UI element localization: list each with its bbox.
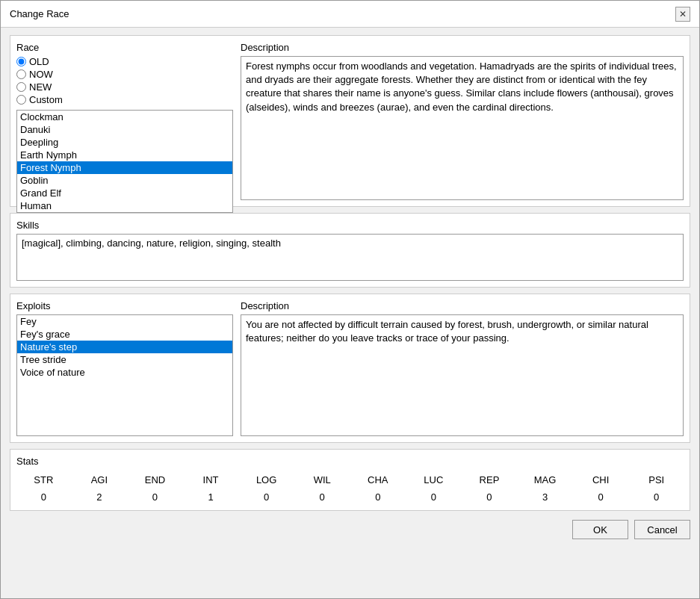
skills-section: Skills [magical], climbing, dancing, nat… <box>10 213 690 288</box>
race-list-item[interactable]: Human <box>17 199 232 212</box>
stats-grid: STRAGIENDINTLOGWILCHALUCREPMAGCHIPSI <box>16 473 684 487</box>
close-button[interactable]: ✕ <box>675 7 690 22</box>
stat-header: END <box>128 473 182 487</box>
exploit-list-item[interactable]: Voice of nature <box>17 366 232 379</box>
stats-values: 020100000300 <box>16 490 684 504</box>
exploits-list[interactable]: FeyFey's graceNature's stepTree strideVo… <box>16 314 233 436</box>
exploit-list-item[interactable]: Nature's step <box>17 341 232 353</box>
ok-button[interactable]: OK <box>572 520 628 539</box>
stat-header: LUC <box>406 473 461 487</box>
change-race-dialog: Change Race ✕ Race OLD NOW <box>0 0 700 599</box>
skills-label: Skills <box>16 220 684 231</box>
stat-value: 0 <box>462 490 517 504</box>
stat-header: WIL <box>295 473 350 487</box>
race-option-now: NOW <box>16 69 233 80</box>
race-option-old: OLD <box>16 56 233 67</box>
stats-label: Stats <box>16 456 684 467</box>
race-radio-new-label: NEW <box>29 81 52 93</box>
exploits-section: Exploits FeyFey's graceNature's stepTree… <box>10 294 690 443</box>
stat-value: 2 <box>72 490 127 504</box>
stat-header: LOG <box>239 473 294 487</box>
exploit-list-item[interactable]: Fey's grace <box>17 328 232 341</box>
stat-value: 0 <box>239 490 294 504</box>
description-panel: Description Forest nymphs occur from woo… <box>241 42 684 200</box>
stat-header: AGI <box>72 473 127 487</box>
description-label: Description <box>241 42 684 53</box>
exploits-label: Exploits <box>16 300 233 311</box>
stat-value: 0 <box>574 490 628 504</box>
race-radio-now[interactable] <box>16 69 26 79</box>
stat-value: 0 <box>128 490 182 504</box>
description-text: Forest nymphs occur from woodlands and v… <box>241 56 684 200</box>
stat-header: INT <box>184 473 238 487</box>
exploit-list-item[interactable]: Tree stride <box>17 353 232 366</box>
race-radio-old-label: OLD <box>29 56 49 67</box>
top-section: Race OLD NOW NEW <box>10 35 690 207</box>
race-list-item[interactable]: Danuki <box>17 123 232 136</box>
stat-header: STR <box>16 473 71 487</box>
exploit-desc-text: You are not affected by difficult terrai… <box>241 314 684 436</box>
exploit-list-item[interactable]: Fey <box>17 315 232 328</box>
race-list-item[interactable]: Clockman <box>17 111 232 123</box>
race-radio-custom[interactable] <box>16 95 26 105</box>
dialog-title: Change Race <box>10 8 69 19</box>
race-list-item[interactable]: Earth Nymph <box>17 149 232 161</box>
stat-header: CHI <box>574 473 628 487</box>
stat-value: 0 <box>295 490 350 504</box>
race-option-new: NEW <box>16 81 233 93</box>
race-label: Race <box>16 42 233 53</box>
race-list-item[interactable]: Forest Nymph <box>17 161 232 174</box>
exploit-desc-panel: Description You are not affected by diff… <box>241 300 684 436</box>
race-list-container: ClockmanDanukiDeeplingEarth NymphForest … <box>16 110 233 213</box>
race-radio-now-label: NOW <box>29 69 53 80</box>
stat-header: REP <box>462 473 517 487</box>
skills-text: [magical], climbing, dancing, nature, re… <box>16 234 684 281</box>
title-bar: Change Race ✕ <box>1 1 699 28</box>
race-list[interactable]: ClockmanDanukiDeeplingEarth NymphForest … <box>16 110 233 213</box>
stat-header: MAG <box>518 473 572 487</box>
stat-value: 0 <box>351 490 406 504</box>
stat-value: 0 <box>406 490 461 504</box>
stat-value: 0 <box>16 490 71 504</box>
cancel-button[interactable]: Cancel <box>634 520 690 539</box>
exploit-desc-label: Description <box>241 300 684 311</box>
stat-header: PSI <box>629 473 684 487</box>
race-list-item[interactable]: Deepling <box>17 136 232 149</box>
race-radio-custom-label: Custom <box>29 94 63 105</box>
race-options: OLD NOW NEW Custom <box>16 56 233 105</box>
stats-section: Stats STRAGIENDINTLOGWILCHALUCREPMAGCHIP… <box>10 449 690 511</box>
race-panel: Race OLD NOW NEW <box>16 42 233 200</box>
stat-header: CHA <box>351 473 406 487</box>
stat-value: 3 <box>518 490 572 504</box>
stat-value: 1 <box>184 490 238 504</box>
exploits-panel: Exploits FeyFey's graceNature's stepTree… <box>16 300 233 436</box>
race-option-custom: Custom <box>16 94 233 105</box>
button-row: OK Cancel <box>10 517 690 544</box>
race-list-item[interactable]: Grand Elf <box>17 187 232 199</box>
race-list-item[interactable]: Goblin <box>17 174 232 187</box>
race-radio-old[interactable] <box>16 57 26 66</box>
race-radio-new[interactable] <box>16 82 26 92</box>
stat-value: 0 <box>629 490 684 504</box>
dialog-body: Race OLD NOW NEW <box>1 28 699 598</box>
